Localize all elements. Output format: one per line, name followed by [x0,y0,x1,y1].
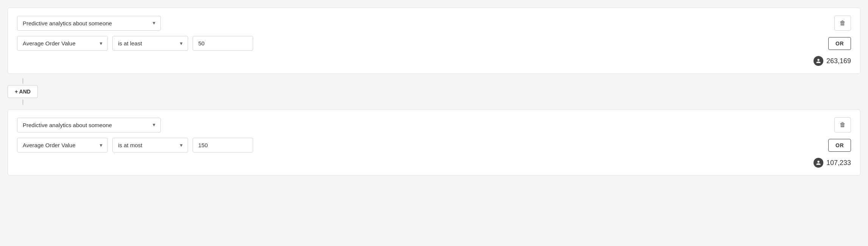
field-select-2[interactable]: Average Order Value [17,138,108,153]
trash-icon-1: 🗑 [840,20,846,26]
and-connector: + AND [8,74,38,109]
category-select-1[interactable]: Predictive analytics about someone [17,16,161,31]
condition-bottom-left-2: Average Order Value ▼ is at least is at … [17,138,828,153]
condition-select-1[interactable]: is at least is at most equals is between [112,36,188,51]
person-icon-1 [814,56,823,66]
field-select-wrapper-1: Average Order Value ▼ [17,36,108,51]
or-button-2[interactable]: OR [828,139,851,152]
condition-bottom-right-1: OR [828,37,851,50]
category-select-2[interactable]: Predictive analytics about someone [17,118,161,132]
condition-block-2: Predictive analytics about someone ▼ 🗑 A… [8,109,860,176]
condition-bottom-left-1: Average Order Value ▼ is at least is at … [17,36,828,51]
count-row-2: 107,233 [17,158,851,168]
top-right-actions-1: 🗑 [834,16,851,31]
and-line-top [23,78,23,84]
top-right-actions-2: 🗑 [834,117,851,132]
condition-top-row-2: Predictive analytics about someone ▼ 🗑 [17,117,851,132]
field-select-wrapper-2: Average Order Value ▼ [17,138,108,153]
condition-select-wrapper-2: is at least is at most equals is between… [112,138,188,153]
category-select-wrapper-2: Predictive analytics about someone ▼ [17,118,161,132]
and-button[interactable]: + AND [8,85,38,98]
condition-bottom-right-2: OR [828,139,851,152]
count-row-1: 263,169 [17,56,851,66]
condition-select-wrapper-1: is at least is at most equals is between… [112,36,188,51]
count-text-1: 263,169 [826,57,851,65]
condition-bottom-row-1: Average Order Value ▼ is at least is at … [17,36,851,51]
delete-button-2[interactable]: 🗑 [834,117,851,132]
condition-bottom-row-2: Average Order Value ▼ is at least is at … [17,138,851,153]
value-input-1[interactable] [193,36,253,51]
delete-button-1[interactable]: 🗑 [834,16,851,31]
or-button-1[interactable]: OR [828,37,851,50]
condition-select-2[interactable]: is at least is at most equals is between [112,138,188,153]
count-text-2: 107,233 [826,159,851,167]
condition-block-1: Predictive analytics about someone ▼ 🗑 A… [8,8,860,74]
field-select-1[interactable]: Average Order Value [17,36,108,51]
value-input-2[interactable] [193,138,253,153]
condition-top-row-1: Predictive analytics about someone ▼ 🗑 [17,16,851,31]
person-icon-2 [814,158,823,168]
category-select-wrapper-1: Predictive analytics about someone ▼ [17,16,161,31]
and-line-bottom [23,100,23,105]
trash-icon-2: 🗑 [840,121,846,128]
